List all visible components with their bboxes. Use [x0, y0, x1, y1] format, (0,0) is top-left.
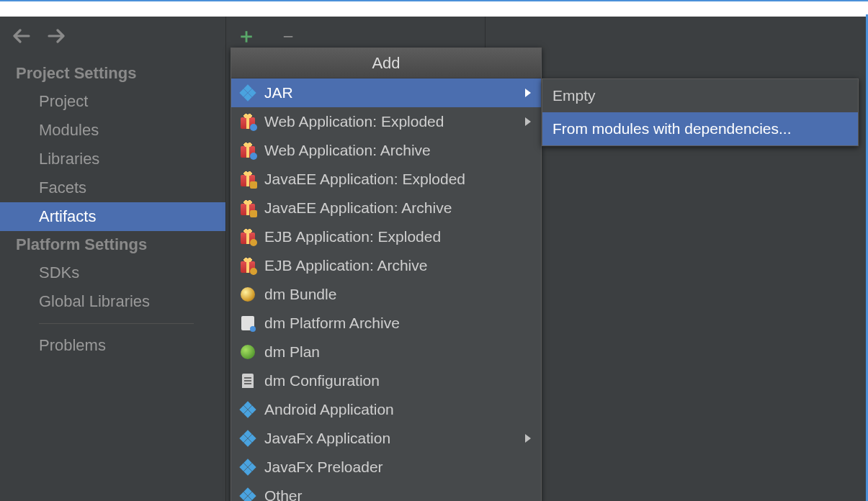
- menu-item-label: EJB Application: Archive: [264, 257, 532, 274]
- menu-item-label: Web Application: Exploded: [264, 113, 516, 130]
- module-icon: [240, 402, 256, 418]
- archive-icon: [240, 315, 256, 331]
- sidebar-item-problems[interactable]: Problems: [0, 331, 225, 360]
- sidebar-separator: [39, 323, 194, 324]
- module-icon: [240, 85, 256, 101]
- add-menu-title: Add: [231, 48, 541, 78]
- section-project-settings: Project Settings: [0, 60, 225, 87]
- menu-item-label: dm Configuration: [264, 372, 532, 389]
- sidebar-item-global-libraries[interactable]: Global Libraries: [0, 287, 225, 316]
- menu-item-web-application-exploded[interactable]: Web Application: Exploded: [231, 107, 541, 136]
- menu-item-label: JavaEE Application: Archive: [264, 199, 532, 217]
- sidebar-item-project[interactable]: Project: [0, 87, 225, 116]
- remove-artifact-icon[interactable]: －: [278, 26, 298, 46]
- sidebar-item-modules[interactable]: Modules: [0, 116, 225, 145]
- submenu-arrow-icon: [525, 117, 531, 126]
- menu-item-javafx-application[interactable]: JavaFx Application: [231, 424, 541, 453]
- navigation-arrows: [0, 17, 225, 55]
- submenu-item-from-modules-with-dependencies-[interactable]: From modules with dependencies...: [542, 112, 858, 145]
- menu-item-dm-configuration[interactable]: dm Configuration: [231, 366, 541, 395]
- menu-item-label: JavaFx Preloader: [264, 459, 532, 476]
- menu-item-label: dm Plan: [264, 343, 532, 361]
- menu-item-label: EJB Application: Exploded: [264, 228, 532, 245]
- submenu-arrow-icon: [525, 434, 531, 443]
- jar-submenu: EmptyFrom modules with dependencies...: [542, 78, 859, 146]
- sidebar-item-libraries[interactable]: Libraries: [0, 145, 225, 173]
- sidebar-item-artifacts[interactable]: Artifacts: [0, 202, 225, 231]
- menu-item-javaee-application-archive[interactable]: JavaEE Application: Archive: [231, 194, 541, 222]
- menu-item-ejb-application-exploded[interactable]: EJB Application: Exploded: [231, 222, 541, 251]
- gift-ee-icon: [240, 171, 256, 187]
- forward-arrow-icon[interactable]: [48, 29, 65, 43]
- gift-globe-icon: [240, 143, 256, 158]
- gift-ejb-icon: [240, 258, 256, 274]
- module-icon: [240, 430, 256, 446]
- module-icon: [240, 488, 256, 501]
- menu-item-other[interactable]: Other: [231, 482, 541, 501]
- section-platform-settings: Platform Settings: [0, 231, 225, 258]
- menu-item-label: Android Application: [264, 401, 532, 418]
- menu-item-android-application[interactable]: Android Application: [231, 395, 541, 424]
- submenu-item-empty[interactable]: Empty: [542, 79, 858, 112]
- submenu-arrow-icon: [525, 89, 531, 97]
- menu-item-label: Web Application: Archive: [264, 142, 532, 159]
- config-icon: [240, 373, 256, 389]
- menu-item-dm-platform-archive[interactable]: dm Platform Archive: [231, 309, 541, 338]
- add-artifact-menu: Add JARWeb Application: ExplodedWeb Appl…: [231, 48, 542, 501]
- gift-globe-icon: [240, 114, 256, 130]
- menu-item-javaee-application-exploded[interactable]: JavaEE Application: Exploded: [231, 165, 541, 194]
- menu-item-dm-bundle[interactable]: dm Bundle: [231, 280, 541, 309]
- back-arrow-icon[interactable]: [13, 29, 30, 43]
- gift-ee-icon: [240, 200, 256, 216]
- menu-item-label: Other: [264, 487, 532, 501]
- menu-item-label: JavaFx Application: [264, 430, 516, 447]
- add-artifact-icon[interactable]: ＋: [236, 26, 256, 46]
- bundle-icon: [240, 286, 256, 302]
- gift-ejb-icon: [240, 229, 256, 245]
- menu-item-label: dm Bundle: [264, 286, 532, 303]
- sidebar-item-sdks[interactable]: SDKs: [0, 258, 225, 287]
- sidebar-list: Project Settings ProjectModulesLibraries…: [0, 55, 225, 360]
- settings-sidebar: Project Settings ProjectModulesLibraries…: [0, 17, 226, 501]
- menu-item-label: JAR: [264, 84, 516, 101]
- menu-item-jar[interactable]: JAR: [231, 78, 541, 107]
- menu-item-label: JavaEE Application: Exploded: [264, 171, 532, 188]
- menu-item-dm-plan[interactable]: dm Plan: [231, 338, 541, 366]
- menu-item-ejb-application-archive[interactable]: EJB Application: Archive: [231, 251, 541, 280]
- menu-item-label: dm Platform Archive: [264, 315, 532, 332]
- window-titlebar-strip: [0, 0, 868, 17]
- module-icon: [240, 459, 256, 475]
- menu-item-web-application-archive[interactable]: Web Application: Archive: [231, 136, 541, 165]
- sidebar-item-facets[interactable]: Facets: [0, 173, 225, 202]
- plan-icon: [240, 344, 256, 360]
- menu-item-javafx-preloader[interactable]: JavaFx Preloader: [231, 453, 541, 482]
